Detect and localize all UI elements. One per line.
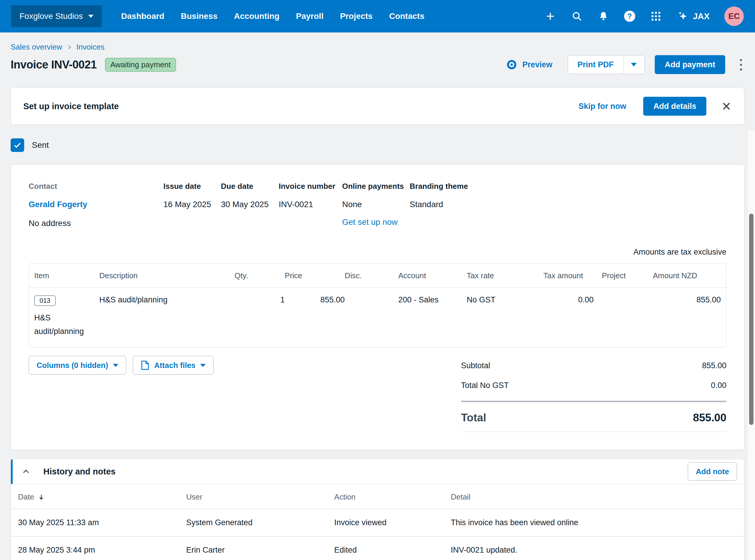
- breadcrumb-sales-overview[interactable]: Sales overview: [11, 42, 62, 52]
- notifications-bell-icon[interactable]: [597, 10, 609, 22]
- attach-files-label: Attach files: [154, 361, 196, 370]
- nav-right-icons: JAX EC: [545, 6, 744, 26]
- get-set-up-now-link[interactable]: Get set up now: [342, 217, 410, 227]
- tax-exclusive-note: Amounts are tax exclusive: [28, 247, 727, 257]
- skip-for-now-link[interactable]: Skip for now: [578, 102, 626, 111]
- account-cell: 200 - Sales: [390, 288, 467, 347]
- qty-cell: 1: [234, 288, 285, 347]
- item-code-chip[interactable]: 013: [34, 295, 56, 306]
- amount-cell: 855.00: [653, 288, 726, 347]
- field-due-date: Due date 30 May 2025: [221, 182, 279, 228]
- sent-checkbox[interactable]: [11, 138, 24, 152]
- banner-title: Set up invoice template: [23, 101, 119, 111]
- tax-total-label: Total No GST: [461, 381, 509, 390]
- nav-item-accounting[interactable]: Accounting: [234, 12, 280, 21]
- breadcrumb-invoices[interactable]: Invoices: [76, 42, 104, 52]
- history-header-row: Date User Action Detail: [11, 484, 744, 509]
- history-table-wrap: Date User Action Detail 30 May 2025 11:3…: [11, 484, 744, 560]
- invoice-number-value: INV-0021: [279, 200, 342, 209]
- attach-files-button[interactable]: Attach files: [133, 356, 213, 375]
- sparkle-icon: [676, 10, 689, 22]
- history-detail: INV-0021 updated.: [451, 536, 744, 560]
- history-action: Edited: [334, 536, 451, 560]
- due-date-value: 30 May 2025: [221, 200, 279, 209]
- history-section: History and notes Add note Date User: [11, 459, 744, 560]
- search-icon[interactable]: [571, 10, 583, 22]
- col-tax-amount: Tax amount: [544, 263, 594, 288]
- field-issue-date: Issue date 16 May 2025: [163, 182, 221, 228]
- more-options-kebab-icon[interactable]: [738, 57, 744, 73]
- history-user: Erin Carter: [186, 536, 334, 560]
- collapse-chevron-up-icon[interactable]: [21, 466, 31, 477]
- org-switcher-button[interactable]: Foxglove Studios: [11, 5, 102, 27]
- title-row: Invoice INV-0021 Awaiting payment Previe…: [11, 55, 744, 74]
- nav-item-contacts[interactable]: Contacts: [389, 12, 424, 21]
- field-invoice-number: Invoice number INV-0021: [279, 182, 342, 228]
- line-item-row: 013 H&S audit/planning H&S audit/plannin…: [29, 288, 726, 347]
- nav-item-business[interactable]: Business: [181, 12, 218, 21]
- field-contact: Contact Gerald Fogerty No address: [28, 182, 163, 228]
- chevron-down-icon: [88, 15, 94, 18]
- contact-link[interactable]: Gerald Fogerty: [28, 200, 87, 209]
- close-icon[interactable]: [721, 101, 732, 112]
- sort-descending-icon: [38, 494, 45, 501]
- preview-button[interactable]: Preview: [506, 59, 552, 71]
- columns-button[interactable]: Columns (0 hidden): [28, 356, 126, 375]
- org-name: Foxglove Studios: [19, 12, 83, 21]
- tax-total-row: Total No GST 0.00: [461, 376, 727, 395]
- totals-bottom-divider: [461, 432, 727, 432]
- description-cell: H&S audit/planning: [99, 288, 235, 347]
- scrollbar-thumb[interactable]: [749, 214, 754, 425]
- history-title: History and notes: [43, 467, 116, 477]
- col-qty: Qty.: [234, 263, 285, 288]
- check-icon: [13, 140, 22, 150]
- price-cell: 855.00: [285, 288, 345, 347]
- item-cell: 013 H&S audit/planning: [29, 288, 99, 347]
- col-project: Project: [594, 263, 653, 288]
- contact-address: No address: [28, 219, 163, 228]
- apps-grid-icon[interactable]: [650, 10, 662, 22]
- add-payment-button[interactable]: Add payment: [655, 55, 725, 74]
- history-table: Date User Action Detail 30 May 2025 11:3…: [11, 484, 744, 560]
- jax-label: JAX: [693, 12, 710, 21]
- tax-amount-cell: 0.00: [544, 288, 594, 347]
- invoice-card: Contact Gerald Fogerty No address Issue …: [11, 164, 744, 450]
- print-pdf-button[interactable]: Print PDF: [568, 56, 623, 74]
- history-action: Invoice viewed: [334, 509, 451, 536]
- date-column-label: Date: [18, 493, 34, 502]
- branding-theme-value: Standard: [410, 200, 727, 209]
- nav-item-dashboard[interactable]: Dashboard: [121, 12, 164, 21]
- total-row: Total 855.00: [461, 405, 727, 432]
- help-icon[interactable]: [624, 11, 635, 22]
- columns-button-label: Columns (0 hidden): [37, 361, 108, 370]
- totals-block: Subtotal 855.00 Total No GST 0.00 Total …: [461, 356, 727, 432]
- create-new-icon[interactable]: [545, 10, 556, 22]
- print-pdf-dropdown[interactable]: [623, 56, 645, 74]
- status-badge: Awaiting payment: [105, 58, 176, 72]
- avatar[interactable]: EC: [724, 6, 744, 26]
- tax-total-value: 0.00: [711, 381, 727, 390]
- line-items-header-row: Item Description Qty. Price Disc. Accoun…: [29, 263, 726, 288]
- nav-item-payroll[interactable]: Payroll: [296, 12, 324, 21]
- chevron-down-icon: [200, 364, 206, 367]
- history-col-action: Action: [334, 484, 451, 509]
- jax-assistant-button[interactable]: JAX: [676, 10, 710, 22]
- col-item: Item: [29, 263, 99, 288]
- history-col-date[interactable]: Date: [11, 484, 186, 509]
- col-disc: Disc.: [345, 263, 390, 288]
- eye-icon: [506, 59, 517, 71]
- history-detail: This invoice has been viewed online: [451, 509, 744, 536]
- page-content: Sales overview Invoices Invoice INV-0021…: [0, 42, 755, 560]
- total-value: 855.00: [693, 412, 727, 424]
- history-row: 28 May 2025 3:44 pm Erin Carter Edited I…: [11, 536, 744, 560]
- nav-item-projects[interactable]: Projects: [340, 12, 373, 21]
- history-user: System Generated: [186, 509, 334, 536]
- issue-date-value: 16 May 2025: [163, 200, 221, 209]
- add-note-button[interactable]: Add note: [688, 462, 737, 481]
- file-icon: [141, 360, 149, 370]
- chevron-down-icon: [113, 364, 118, 367]
- subtotal-value: 855.00: [702, 361, 727, 370]
- disc-cell: [345, 288, 390, 347]
- add-details-button[interactable]: Add details: [643, 97, 706, 116]
- due-date-label: Due date: [221, 182, 279, 191]
